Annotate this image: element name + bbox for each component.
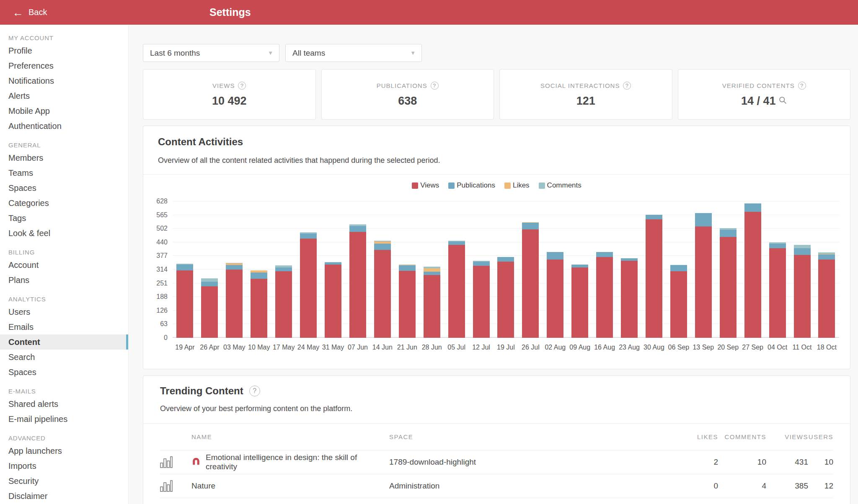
sidebar-item-content[interactable]: Content xyxy=(0,334,128,350)
stat-value: 638 xyxy=(398,95,417,108)
x-axis-tick-label: 26 Jul xyxy=(518,344,543,351)
y-axis-tick-label: 188 xyxy=(144,293,168,301)
back-arrow-icon: ← xyxy=(13,7,23,18)
sidebar-item-spaces[interactable]: Spaces xyxy=(0,180,128,195)
back-button[interactable]: ← Back xyxy=(13,0,47,25)
y-axis-tick-label: 440 xyxy=(144,239,168,246)
x-axis-tick-label: 31 May xyxy=(321,344,346,351)
bar-segment-views xyxy=(621,261,638,338)
bar-segment-views xyxy=(695,226,712,338)
bar-segment-publications xyxy=(448,242,465,245)
sidebar-item-disclaimer[interactable]: Disclaimer xyxy=(0,489,128,504)
bar-segment-publications xyxy=(547,252,563,260)
bar-06-sep xyxy=(670,265,687,338)
legend-swatch-icon xyxy=(539,183,545,189)
bar-segment-views xyxy=(349,232,366,338)
sidebar-item-notifications[interactable]: Notifications xyxy=(0,73,128,88)
sidebar-item-spaces[interactable]: Spaces xyxy=(0,365,128,380)
stat-value-text: 121 xyxy=(576,95,595,108)
teams-select[interactable]: All teams ▼ xyxy=(285,44,422,62)
table-row[interactable]: NatureAdministration0438512 xyxy=(160,474,833,498)
bar-14-jun xyxy=(374,241,391,338)
bar-slot xyxy=(419,201,444,338)
stat-label-text: VIEWS xyxy=(212,82,235,89)
column-header-users: USERS xyxy=(808,433,833,440)
sidebar-item-preferences[interactable]: Preferences xyxy=(0,58,128,73)
x-axis-tick-label: 21 Jun xyxy=(395,344,419,351)
sidebar-item-emails[interactable]: Emails xyxy=(0,319,128,334)
legend-item-views[interactable]: Views xyxy=(412,181,439,190)
legend-item-likes[interactable]: Likes xyxy=(504,181,530,190)
sidebar-item-alerts[interactable]: Alerts xyxy=(0,88,128,103)
sidebar-item-mobile-app[interactable]: Mobile App xyxy=(0,103,128,118)
help-icon[interactable]: ? xyxy=(431,82,439,90)
bar-segment-views xyxy=(571,267,588,338)
bar-16-aug xyxy=(596,252,613,338)
row-name-cell: Nature xyxy=(191,481,389,491)
sidebar-item-members[interactable]: Members xyxy=(0,150,128,165)
bar-segment-publications xyxy=(497,257,514,262)
bar-slot xyxy=(271,201,296,338)
sidebar-item-app-launchers[interactable]: App launchers xyxy=(0,443,128,458)
sidebar-item-users[interactable]: Users xyxy=(0,304,128,319)
row-views-cell: 385 xyxy=(766,481,808,491)
chart-bars xyxy=(173,201,839,338)
chevron-down-icon: ▼ xyxy=(410,44,416,62)
chevron-down-icon: ▼ xyxy=(268,44,273,62)
y-axis-tick-label: 377 xyxy=(144,252,168,260)
sidebar-item-search[interactable]: Search xyxy=(0,350,128,365)
bar-segment-views xyxy=(646,219,662,338)
x-axis-tick-label: 04 Oct xyxy=(765,344,790,351)
stat-card-views: VIEWS?10 492 xyxy=(143,69,316,120)
bar-segment-publications xyxy=(818,255,835,259)
bar-17-may xyxy=(275,265,292,338)
bar-segment-views xyxy=(744,212,761,338)
sidebar-item-e-mail-pipelines[interactable]: E-mail pipelines xyxy=(0,411,128,427)
bar-segment-views xyxy=(720,237,737,338)
bar-26-jul xyxy=(522,222,539,338)
bar-slot xyxy=(568,201,592,338)
help-icon[interactable]: ? xyxy=(249,386,260,396)
bar-segment-publications xyxy=(744,203,761,212)
stat-label-text: VERIFIED CONTENTS xyxy=(722,82,795,89)
top-bar: ← Back Settings xyxy=(0,0,858,25)
search-icon[interactable] xyxy=(778,95,787,108)
sidebar-item-authentication[interactable]: Authentication xyxy=(0,118,128,134)
stat-card-verified-contents: VERIFIED CONTENTS?14 / 41 xyxy=(678,69,851,120)
period-select[interactable]: Last 6 months ▼ xyxy=(143,44,279,62)
sidebar-item-shared-alerts[interactable]: Shared alerts xyxy=(0,396,128,411)
bar-slot xyxy=(765,201,790,338)
teams-select-value: All teams xyxy=(292,49,325,57)
sidebar-item-plans[interactable]: Plans xyxy=(0,273,128,288)
help-icon[interactable]: ? xyxy=(238,82,246,90)
legend-swatch-icon xyxy=(448,183,455,189)
divider xyxy=(143,174,850,175)
sidebar-item-account[interactable]: Account xyxy=(0,257,128,273)
help-icon[interactable]: ? xyxy=(623,82,631,90)
x-axis-tick-label: 09 Aug xyxy=(568,344,592,351)
bar-segment-publications xyxy=(300,234,317,238)
legend-item-publications[interactable]: Publications xyxy=(448,181,495,190)
chart-legend: ViewsPublicationsLikesComments xyxy=(143,181,850,190)
trending-content-description: Overview of your best performing content… xyxy=(160,404,833,413)
table-row[interactable]: Emotional intelligence in design: the sk… xyxy=(160,450,833,474)
sidebar-section-label: BILLING xyxy=(8,248,128,257)
sidebar-item-profile[interactable]: Profile xyxy=(0,43,128,58)
column-header-likes: LIKES xyxy=(680,433,718,440)
y-axis-tick-label: 565 xyxy=(144,211,168,219)
sidebar-item-tags[interactable]: Tags xyxy=(0,211,128,226)
sidebar-item-categories[interactable]: Categories xyxy=(0,195,128,211)
legend-item-comments[interactable]: Comments xyxy=(539,181,581,190)
column-header-comments: COMMENTS xyxy=(718,433,766,440)
help-icon[interactable]: ? xyxy=(798,82,806,90)
stacked-bar-chart: 063126188251314377440502565628 xyxy=(173,201,839,338)
bar-segment-views xyxy=(251,279,267,338)
bar-segment-views xyxy=(275,271,292,338)
x-axis-tick-label: 20 Sep xyxy=(716,344,740,351)
stat-label-text: PUBLICATIONS xyxy=(377,82,427,89)
sidebar-item-look-feel[interactable]: Look & feel xyxy=(0,226,128,241)
sidebar-item-imports[interactable]: Imports xyxy=(0,458,128,473)
sidebar-item-teams[interactable]: Teams xyxy=(0,165,128,180)
sidebar-item-security[interactable]: Security xyxy=(0,473,128,489)
stat-value-text: 638 xyxy=(398,95,417,108)
